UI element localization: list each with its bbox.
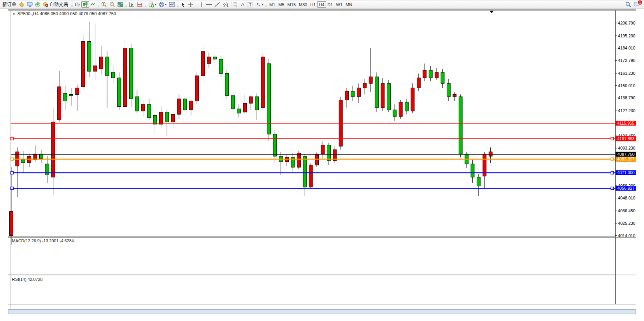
periods-dropdown-caret[interactable]: ▾	[165, 3, 167, 6]
autotrading-button[interactable]: 自动交易	[42, 1, 70, 8]
candlestick-chart-button[interactable]	[81, 1, 89, 8]
candlestick	[273, 134, 277, 156]
candlestick	[81, 42, 85, 87]
candlestick	[183, 99, 187, 110]
arrows-tool-button[interactable]: ▾	[254, 1, 265, 8]
candlestick	[345, 91, 349, 100]
tab-timeframe-h4[interactable]: H4	[317, 1, 326, 8]
hline-handle[interactable]	[611, 171, 614, 174]
price-badge-label: 4115.955	[617, 121, 634, 125]
candlestick	[399, 102, 402, 116]
candlestick	[63, 93, 67, 101]
candlestick	[123, 48, 127, 107]
cursor-button[interactable]	[179, 1, 187, 8]
candlestick	[429, 70, 432, 78]
tab-timeframe-d1[interactable]: D1	[326, 1, 335, 8]
chart-shift-button[interactable]	[136, 1, 144, 8]
price-tick-label: 4036.450	[618, 208, 635, 213]
arrows-dropdown-caret[interactable]: ▾	[262, 3, 263, 6]
templates-button[interactable]	[168, 1, 176, 8]
candlestick	[51, 122, 55, 177]
autotrading-label: 自动交易	[48, 1, 69, 8]
price-badge-label: 4087.750	[617, 152, 635, 157]
candlestick	[441, 72, 444, 83]
collapse-arrow-icon[interactable]: ▼	[12, 12, 16, 16]
indicators-button[interactable]: ▾	[147, 1, 158, 8]
tab-timeframe-w1[interactable]: W1	[335, 1, 344, 8]
status-strip	[8, 310, 636, 314]
candlestick	[411, 88, 414, 111]
new-order-button[interactable]: 新订单	[1, 1, 18, 8]
hline-handle[interactable]	[611, 187, 614, 190]
candlestick	[387, 83, 391, 110]
candlestick	[363, 83, 367, 88]
candlestick	[93, 66, 97, 71]
tab-timeframe-mn[interactable]: MN	[344, 1, 354, 8]
price-tick-label: 4195.230	[618, 34, 635, 38]
zoom-in-button[interactable]	[100, 1, 108, 8]
candlestick	[201, 51, 205, 76]
terminal-icon[interactable]	[26, 1, 34, 8]
candlestick	[249, 97, 253, 103]
signals-icon[interactable]	[34, 1, 42, 8]
chat-icon[interactable]: 1	[632, 1, 641, 8]
candlestick	[219, 59, 223, 74]
trendline-button[interactable]	[213, 1, 221, 8]
rsi-label: RSI(14) 42.0728	[12, 277, 43, 282]
auto-scroll-button[interactable]	[128, 1, 136, 8]
chart-area[interactable]: 4206.7904195.2304184.0104172.7904161.230…	[0, 9, 644, 321]
candlestick	[255, 97, 259, 110]
candlestick	[135, 97, 139, 111]
metaeditor-icon[interactable]	[18, 1, 26, 8]
text-button[interactable]: A	[239, 1, 246, 8]
svg-text:E: E	[227, 5, 228, 7]
price-tick-label: 4127.230	[618, 108, 635, 113]
candlestick	[237, 109, 241, 113]
hline-handle[interactable]	[11, 158, 13, 160]
text-label-button[interactable]: T	[246, 1, 254, 8]
horizontal-line-button[interactable]	[205, 1, 213, 8]
tab-timeframe-m5[interactable]: M5	[277, 1, 286, 8]
candlestick	[423, 70, 426, 78]
hline-handle[interactable]	[11, 138, 13, 140]
candlestick	[111, 72, 115, 78]
candlestick	[369, 77, 372, 83]
tab-timeframe-h1[interactable]: H1	[309, 1, 317, 8]
indicators-dropdown-caret[interactable]: ▾	[155, 3, 156, 6]
chart-canvas[interactable]: 4206.7904195.2304184.0104172.7904161.230…	[0, 9, 644, 321]
bar-chart-button[interactable]	[74, 1, 81, 8]
crosshair-button[interactable]	[187, 1, 195, 8]
candlestick	[10, 212, 13, 236]
tab-timeframe-m30[interactable]: M30	[297, 1, 309, 8]
hline-handle[interactable]	[611, 158, 614, 160]
search-icon[interactable]	[624, 1, 632, 8]
candlestick	[447, 83, 451, 97]
tab-timeframe-m1[interactable]: M1	[268, 1, 277, 8]
periods-button[interactable]: ▾	[158, 1, 168, 8]
chart-background	[8, 9, 636, 314]
candlestick	[231, 95, 235, 109]
mt4-window: 新订单 自动交易 ▾	[0, 0, 644, 321]
fibonacci-button[interactable]: F	[230, 1, 239, 8]
tile-windows-button[interactable]	[116, 1, 125, 8]
candlestick	[477, 177, 480, 186]
equidistant-channel-button[interactable]: E	[221, 1, 230, 8]
notification-badge: 1	[637, 0, 642, 5]
hline-handle[interactable]	[611, 138, 614, 140]
price-tick-label: 4048.010	[618, 196, 635, 200]
vertical-line-button[interactable]	[197, 1, 205, 8]
candlestick	[405, 102, 409, 111]
price-badge-label: 4083.357	[617, 157, 635, 161]
price-tick-label: 4138.790	[618, 95, 635, 100]
hline-handle[interactable]	[11, 187, 13, 190]
candlestick	[159, 112, 163, 124]
candlestick	[213, 57, 217, 59]
candlestick	[147, 104, 151, 118]
price-tick-label: 4093.230	[618, 146, 635, 150]
candlestick	[99, 57, 103, 69]
hline-handle[interactable]	[11, 171, 13, 174]
zoom-out-button[interactable]	[108, 1, 116, 8]
price-tick-label: 4206.790	[618, 21, 635, 25]
line-chart-button[interactable]	[89, 1, 97, 8]
tab-timeframe-m15[interactable]: M15	[286, 1, 297, 8]
